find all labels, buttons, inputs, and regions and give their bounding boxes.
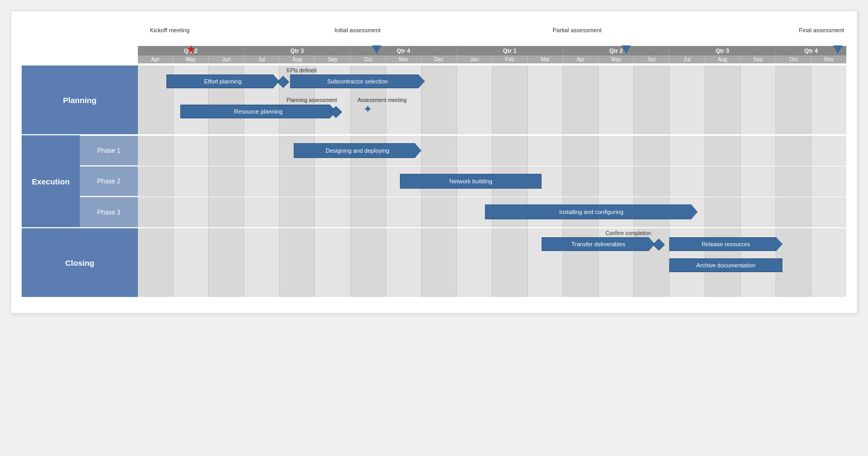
transfer-deliverables-bar: Transfer deliverables (542, 237, 655, 251)
month-dec: Dec (422, 55, 457, 63)
effort-planning-bar: Effort planning (166, 75, 280, 88)
qtr-header-5: Qtr 2 (563, 46, 669, 55)
planning-section: Planning (22, 64, 846, 134)
kpis-diamond (277, 76, 290, 88)
qtr-header-3: Qtr 4 (351, 46, 457, 55)
release-resources-bar: Release resources (669, 237, 783, 251)
qtr-header-4: Qtr 1 (457, 46, 563, 55)
month-apr1: Apr (138, 55, 173, 63)
initial-assessment-marker (372, 45, 381, 54)
month-apr2: Apr (563, 55, 599, 63)
qtr-header-7: Qtr 4 (776, 46, 847, 55)
execution-label: Execution (22, 135, 80, 227)
month-sep2: Sep (741, 55, 776, 63)
milestone-label-final: Final assessment (799, 27, 844, 33)
resource-planning-bar: Resource planning (180, 105, 336, 118)
month-jul: Jul (244, 55, 279, 63)
qtr-header-1: ★ Qtr 2 (138, 46, 244, 55)
planning-label: Planning (22, 66, 138, 134)
phase3-label: Phase 3 (80, 197, 138, 227)
month-may2: May (599, 55, 634, 63)
phase2-label: Phase 2 (80, 166, 138, 197)
confirm-completion-diamond (652, 239, 665, 251)
milestone-label-kickoff: Kickoff meeting (150, 27, 190, 33)
milestone-label-partial: Partial assessment (553, 27, 602, 33)
phase1-label: Phase 1 (80, 136, 138, 166)
gantt-chart: Kickoff meeting Initial assessment Parti… (11, 11, 857, 313)
partial-assessment-marker (621, 45, 631, 54)
month-aug: Aug (279, 55, 315, 63)
execution-section: Execution Phase 1 Designing and deployin… (22, 134, 846, 227)
month-sep: Sep (315, 55, 350, 63)
month-aug2: Aug (705, 55, 741, 63)
planning-assessment-label: Planning assessment (287, 97, 337, 103)
month-feb: Feb (492, 55, 528, 63)
month-nov2: Nov (811, 55, 846, 63)
milestone-label-initial: Initial assessment (334, 27, 380, 33)
qtr-header-2: Qtr 3 (244, 46, 350, 55)
network-building-bar: Network building (400, 174, 542, 189)
installing-configuring-bar: Installing and configuring (485, 204, 697, 219)
qtr-header-6: Qtr 3 (669, 46, 776, 55)
month-jul2: Jul (669, 55, 705, 63)
month-jun2: Jun (634, 55, 669, 63)
confirm-completion-label: Confirm completion (605, 230, 651, 236)
month-mar: Mar (528, 55, 563, 63)
phase2-row: Phase 2 Network building (80, 166, 846, 197)
phase1-row: Phase 1 Designing and deploying (80, 135, 846, 166)
closing-section: Closing Confirm completion Transfer deli… (22, 227, 846, 297)
final-assessment-marker (833, 45, 843, 54)
assessment-meeting-star: ✦ (363, 104, 372, 115)
designing-deploying-bar: Designing and deploying (294, 143, 421, 158)
month-jan: Jan (457, 55, 492, 63)
archive-documentation-bar: Archive documentation (669, 258, 783, 272)
month-oct1: Oct (351, 55, 386, 63)
kickoff-star-marker: ★ (186, 45, 195, 54)
subcontractor-selection-bar: Subcontractor selection (290, 75, 425, 88)
closing-label: Closing (22, 228, 138, 297)
phase3-row: Phase 3 Installing and configuring (80, 197, 846, 227)
month-may1: May (173, 55, 209, 63)
month-nov1: Nov (386, 55, 422, 63)
kpis-defined-label: KPIs defined (287, 68, 317, 73)
month-oct2: Oct (776, 55, 811, 63)
month-jun1: Jun (209, 55, 244, 63)
